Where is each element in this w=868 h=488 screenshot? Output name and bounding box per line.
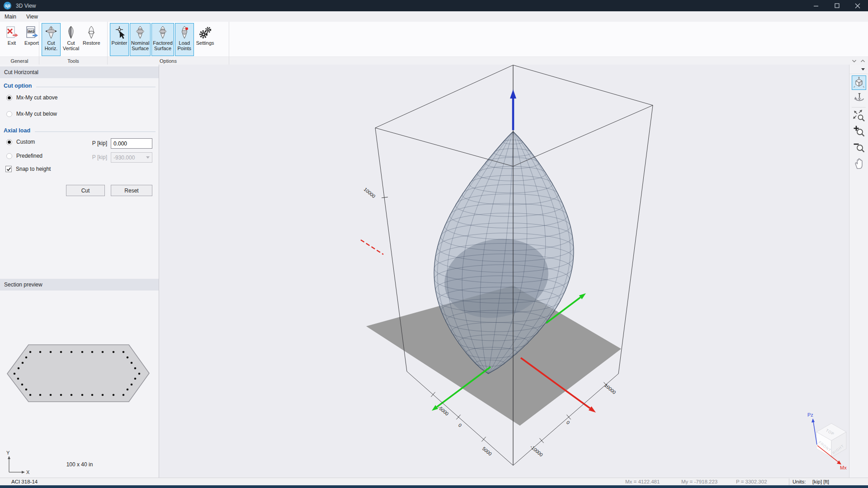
reset-button[interactable]: Reset [111, 185, 152, 196]
units-label: Units: [793, 479, 806, 484]
section-dimensions: 100 x 40 in [0, 461, 159, 468]
view-toolbar [849, 65, 868, 478]
load-points-button[interactable]: LoadPoints [175, 23, 194, 56]
cut-option-row-0[interactable]: Mx-My cut above [6, 94, 57, 101]
custom-load-radio-row[interactable]: Custom [6, 139, 35, 145]
menu-item-view[interactable]: View [22, 12, 43, 21]
cut-vertical-button[interactable]: CutVertical [61, 23, 80, 56]
predefined-radio-label: Predefined [16, 153, 42, 159]
view-cube-button[interactable] [852, 75, 866, 90]
cut-button[interactable]: Cut [66, 185, 105, 196]
restore-icon [85, 24, 98, 40]
snap-to-height-checkbox[interactable] [5, 166, 12, 172]
toolbar-separator [852, 107, 866, 108]
maximize-button[interactable] [826, 0, 847, 11]
ribbon-group-label: General [0, 56, 39, 65]
rebar-dot [91, 351, 94, 353]
rebar-dot [113, 394, 115, 396]
rebar-dot [14, 373, 16, 375]
exit-button[interactable]: Exit [2, 23, 21, 56]
chevron-down-icon[interactable] [852, 59, 857, 63]
label-line: Points [177, 46, 191, 51]
rebar-dot [25, 357, 28, 359]
rebar-dot [60, 394, 62, 396]
export-button[interactable]: IMGExport [22, 23, 41, 56]
load-points-button-label: LoadPoints [177, 40, 191, 52]
app-logo-icon: sp [4, 2, 11, 9]
label-line: Exit [8, 40, 16, 46]
rebar-dot [22, 362, 24, 364]
pz-axis-label: Pz [807, 412, 813, 418]
cut-horizontal-panel-header: Cut Horizontal [0, 66, 159, 78]
export-button-label: Export [24, 40, 39, 46]
rebar-dot [39, 394, 42, 396]
predefined-load-radio-row[interactable]: Predefined [6, 153, 42, 159]
label-line: Horiz. [45, 46, 58, 51]
export-icon: IMG [25, 24, 38, 40]
pz-axis-arrow [811, 418, 815, 422]
chevron-down-icon [146, 156, 150, 159]
chevron-up-icon[interactable] [860, 59, 865, 63]
mx-axis-tick-label: 10000 [604, 382, 617, 395]
cut-option-radio-0[interactable] [6, 95, 12, 101]
interaction-surface-scene: 10000-500005000-10000010000 [159, 65, 849, 478]
mx-readout: Mx = 4122.481 [625, 479, 660, 484]
statusbar: ACI 318-14 Mx = 4122.481 My = -7918.223 … [0, 478, 868, 486]
factored-surface-button[interactable]: FactoredSurface [151, 23, 174, 56]
zoom-extents-icon [853, 110, 865, 123]
rebar-dot [102, 351, 104, 353]
mx-axis-label: Mx [840, 465, 847, 470]
ribbon-group-general: ExitIMGExportGeneral [0, 22, 39, 65]
settings-button[interactable]: Settings [195, 23, 216, 56]
nominal-surface-button[interactable]: NominalSurface [130, 23, 151, 56]
restore-button[interactable]: Restore [81, 23, 102, 56]
ribbon-group-options: PointerNominalSurfaceFactoredSurfaceLoad… [108, 22, 229, 65]
bounding-box-edge [375, 65, 513, 128]
label-line: Settings [196, 40, 214, 46]
custom-p-input[interactable] [111, 138, 152, 149]
titlebar: sp 3D View [0, 0, 868, 11]
p-readout: P = 3302.302 [736, 479, 767, 484]
pan-button[interactable] [852, 156, 866, 171]
cut-option-heading-label: Cut option [4, 83, 32, 89]
section-outline [7, 345, 149, 402]
menu-item-main[interactable]: Main [0, 12, 22, 21]
exit-icon [5, 24, 19, 40]
cut-option-row-1[interactable]: Mx-My cut below [6, 111, 57, 117]
rebar-dot [71, 351, 73, 353]
cut-option-radio-1[interactable] [6, 111, 12, 117]
predefined-radio[interactable] [6, 153, 12, 159]
my-axis-tick-label: 0 [458, 422, 463, 428]
ribbon-collapse-controls [229, 56, 868, 65]
rebar-dot [60, 351, 62, 353]
window-title: 3D View [16, 3, 36, 9]
rebar-dot [50, 351, 52, 353]
rebar-dot [50, 394, 52, 396]
svg-text:IMG: IMG [28, 29, 34, 33]
view-cube-icon [853, 76, 865, 89]
close-button[interactable] [847, 0, 868, 11]
predefined-p-value: -930.000 [113, 155, 135, 161]
custom-radio[interactable] [6, 139, 12, 145]
cut-horizontal-button-label: CutHoriz. [45, 40, 58, 52]
rotate-view-button[interactable] [852, 91, 866, 106]
cut-option-label-0: Mx-My cut above [16, 94, 57, 101]
cut-horizontal-button[interactable]: CutHoriz. [42, 23, 61, 56]
zoom-out-icon [853, 141, 865, 155]
snap-to-height-label: Snap to height [16, 166, 51, 172]
rebar-dot [134, 378, 137, 380]
axial-load-heading-label: Axial load [4, 127, 30, 134]
minimize-button[interactable] [806, 0, 826, 11]
view-options-dropdown[interactable] [849, 65, 868, 74]
label-line: Vertical [63, 46, 79, 51]
exit-button-label: Exit [8, 40, 16, 46]
ribbon-group-label: Tools [39, 56, 107, 65]
zoom-in-button[interactable] [852, 125, 866, 139]
viewport-3d[interactable]: 10000-500005000-10000010000 TOP FRONT RI… [159, 65, 849, 478]
design-code: ACI 318-14 [11, 479, 38, 484]
zoom-out-button[interactable] [852, 141, 866, 155]
zoom-extents-button[interactable] [852, 109, 866, 123]
pointer-button[interactable]: Pointer [110, 23, 129, 56]
snap-to-height-row[interactable]: Snap to height [5, 166, 51, 172]
ribbon-group-tools: CutHoriz.CutVerticalRestoreTools [39, 22, 108, 65]
